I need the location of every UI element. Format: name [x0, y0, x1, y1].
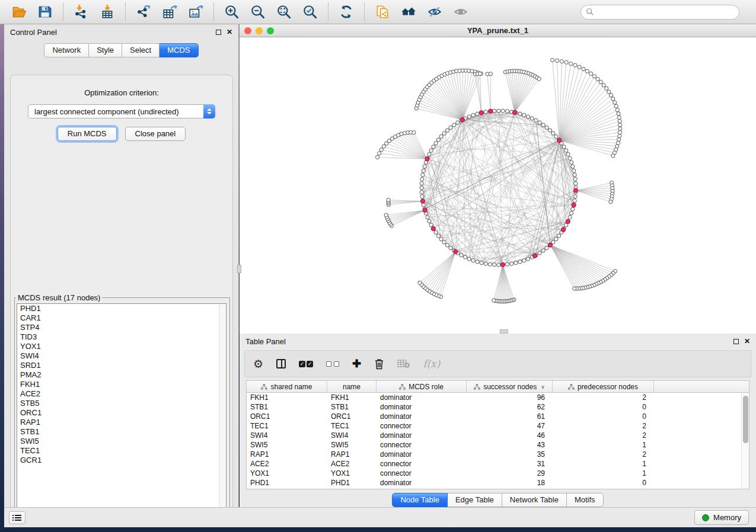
search-box[interactable] [580, 5, 739, 20]
network-node[interactable] [421, 173, 425, 177]
network-node[interactable] [476, 112, 479, 116]
table-row[interactable]: SWI4SWI4dominator462 [247, 431, 741, 440]
network-node[interactable] [412, 131, 416, 134]
mcds-result-item[interactable]: ACE2 [17, 389, 226, 399]
network-node[interactable] [522, 259, 526, 262]
mcds-result-item[interactable]: ORC1 [17, 408, 226, 418]
table-row[interactable]: PHD1PHD1dominator180 [247, 478, 741, 488]
network-node[interactable] [476, 260, 479, 264]
close-panel-icon[interactable]: ✕ [227, 28, 232, 36]
task-history-button[interactable] [9, 511, 25, 524]
delete-column-icon[interactable] [374, 358, 384, 370]
network-node[interactable] [574, 182, 578, 185]
table-row[interactable]: TEC1TEC1connector472 [247, 421, 741, 431]
float-table-panel-icon[interactable] [733, 339, 739, 344]
network-node[interactable] [467, 115, 471, 118]
network-node[interactable] [488, 262, 492, 266]
vertical-splitter-handle[interactable] [237, 265, 241, 273]
mcds-node[interactable] [573, 188, 578, 193]
network-node[interactable] [573, 195, 577, 198]
mcds-node[interactable] [557, 138, 562, 142]
mcds-result-item[interactable]: FKH1 [17, 380, 226, 389]
network-node[interactable] [514, 261, 518, 265]
network-node[interactable] [471, 113, 475, 117]
zoom-out-icon[interactable] [249, 3, 267, 21]
add-column-icon[interactable]: ✚ [352, 358, 361, 369]
network-node[interactable] [548, 129, 552, 132]
tab-motifs[interactable]: Motifs [567, 493, 604, 507]
close-panel-button[interactable]: Close panel [125, 127, 186, 141]
table-row[interactable]: STB1STB1dominator620 [247, 402, 741, 412]
network-node[interactable] [442, 132, 446, 135]
network-node[interactable] [617, 116, 621, 119]
network-node[interactable] [439, 134, 443, 138]
mcds-node[interactable] [479, 111, 483, 115]
network-node[interactable] [501, 109, 505, 113]
show-graphics-icon[interactable] [452, 3, 470, 21]
network-node[interactable] [460, 254, 463, 257]
network-node[interactable] [571, 165, 575, 168]
network-node[interactable] [375, 155, 379, 159]
mcds-result-item[interactable]: PHD1 [17, 304, 226, 313]
network-node[interactable] [570, 211, 573, 215]
select-all-icon[interactable]: ✓✓ [299, 361, 313, 367]
import-table-icon[interactable] [98, 3, 116, 21]
network-node[interactable] [436, 138, 440, 142]
mcds-node[interactable] [561, 227, 565, 232]
network-node[interactable] [618, 127, 622, 130]
network-node[interactable] [618, 120, 621, 123]
network-node[interactable] [464, 255, 467, 259]
table-row[interactable]: FKH1FKH1dominator962 [247, 393, 741, 402]
network-node[interactable] [434, 142, 438, 145]
mcds-result-item[interactable]: STB1 [17, 427, 226, 437]
network-node[interactable] [573, 199, 576, 203]
column-header-mcds-role[interactable]: MCDS role [377, 381, 467, 392]
network-node[interactable] [384, 213, 388, 217]
column-header-successor-nodes[interactable]: successor nodes∨ [467, 381, 553, 392]
network-node[interactable] [418, 281, 422, 284]
network-node[interactable] [611, 154, 615, 158]
network-node[interactable] [541, 123, 545, 127]
tab-edge-table[interactable]: Edge Table [448, 493, 502, 507]
network-node[interactable] [615, 108, 619, 111]
mcds-node[interactable] [548, 243, 552, 247]
network-node[interactable] [527, 257, 530, 261]
network-node[interactable] [422, 169, 425, 172]
network-node[interactable] [382, 145, 385, 148]
mcds-result-item[interactable]: STB5 [17, 399, 226, 408]
network-node[interactable] [589, 72, 593, 75]
network-node[interactable] [609, 200, 613, 204]
network-node[interactable] [557, 234, 561, 238]
column-view-icon[interactable] [276, 359, 286, 368]
network-node[interactable] [605, 86, 608, 90]
mcds-result-item[interactable]: SWI5 [17, 437, 226, 446]
network-node[interactable] [518, 260, 522, 264]
column-header-shared-name[interactable]: shared name [247, 381, 327, 392]
mcds-node[interactable] [420, 199, 425, 203]
network-node[interactable] [545, 126, 548, 129]
network-node[interactable] [573, 177, 577, 181]
column-header-name[interactable]: name [327, 381, 377, 392]
network-node[interactable] [530, 117, 534, 120]
tab-network[interactable]: Network [44, 43, 89, 57]
network-node[interactable] [569, 62, 573, 65]
mcds-result-item[interactable]: CAR1 [17, 313, 226, 323]
list-scrollbar[interactable] [219, 305, 225, 511]
network-node[interactable] [428, 153, 431, 156]
network-node[interactable] [572, 169, 576, 172]
network-node[interactable] [422, 203, 425, 207]
zoom-selected-icon[interactable] [301, 3, 319, 21]
network-node[interactable] [538, 121, 541, 124]
network-node[interactable] [571, 207, 575, 211]
network-node[interactable] [617, 137, 621, 141]
network-node[interactable] [489, 72, 492, 76]
network-node[interactable] [426, 216, 429, 219]
mcds-result-item[interactable]: RAP1 [17, 418, 226, 427]
mcds-node[interactable] [423, 208, 427, 212]
network-node[interactable] [573, 63, 577, 67]
network-node[interactable] [493, 263, 496, 267]
network-node[interactable] [484, 110, 487, 114]
network-node[interactable] [428, 219, 431, 223]
mcds-node[interactable] [572, 203, 576, 207]
network-node[interactable] [442, 241, 446, 244]
